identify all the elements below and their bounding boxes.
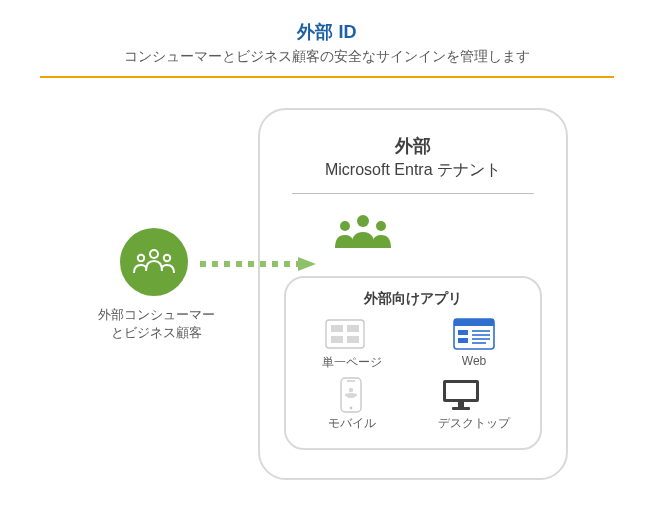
- web-icon: [451, 316, 497, 352]
- app-item-mobile: モバイル: [328, 377, 376, 432]
- app-label-web: Web: [451, 354, 497, 368]
- svg-point-7: [376, 221, 386, 231]
- svg-point-24: [349, 388, 353, 392]
- app-label-spa: 単一ページ: [322, 354, 382, 371]
- svg-rect-9: [331, 325, 343, 332]
- svg-point-23: [350, 407, 353, 410]
- page-subtitle: コンシューマーとビジネス顧客の安全なサインインを管理します: [0, 48, 654, 66]
- app-item-desktop: デスクトップ: [438, 377, 510, 432]
- svg-point-1: [138, 255, 144, 261]
- tenant-title-2: Microsoft Entra テナント: [284, 160, 542, 181]
- external-consumers-label-line2: とビジネス顧客: [111, 325, 202, 340]
- apps-grid: 単一ページ: [300, 316, 526, 432]
- svg-point-6: [340, 221, 350, 231]
- app-item-spa: 単一ページ: [322, 316, 382, 371]
- svg-rect-8: [326, 320, 364, 348]
- svg-rect-29: [446, 383, 476, 399]
- svg-point-27: [354, 393, 357, 396]
- header: 外部 ID コンシューマーとビジネス顧客の安全なサインインを管理します: [0, 0, 654, 78]
- svg-rect-10: [347, 325, 359, 332]
- external-consumers-circle: [120, 228, 188, 296]
- svg-point-26: [345, 393, 348, 396]
- svg-point-0: [150, 250, 158, 258]
- desktop-icon: [438, 377, 484, 413]
- svg-rect-15: [458, 330, 468, 335]
- svg-point-2: [164, 255, 170, 261]
- app-item-web: Web: [451, 316, 497, 371]
- svg-point-5: [357, 215, 369, 227]
- apps-title: 外部向けアプリ: [300, 290, 526, 308]
- external-consumers-label-line1: 外部コンシューマー: [98, 307, 215, 322]
- diagram-canvas: 外部コンシューマー とビジネス顧客 外部 Microsoft Entra テナン…: [0, 78, 654, 498]
- apps-panel: 外部向けアプリ 単一ページ: [284, 276, 542, 450]
- external-consumers-label: 外部コンシューマー とビジネス顧客: [86, 306, 226, 342]
- svg-rect-14: [454, 319, 494, 326]
- mobile-icon: [328, 377, 374, 413]
- people-icon: [131, 245, 177, 279]
- tenant-users-icon: [332, 212, 542, 256]
- svg-rect-12: [347, 336, 359, 343]
- svg-rect-16: [458, 338, 468, 343]
- tenant-title-1: 外部: [284, 134, 542, 158]
- svg-rect-31: [452, 407, 470, 410]
- page-title: 外部 ID: [0, 20, 654, 44]
- spa-icon: [322, 316, 368, 352]
- svg-rect-11: [331, 336, 343, 343]
- svg-rect-25: [347, 393, 355, 398]
- svg-rect-30: [458, 402, 464, 407]
- app-label-desktop: デスクトップ: [438, 415, 510, 432]
- tenant-divider: [292, 193, 534, 194]
- tenant-panel: 外部 Microsoft Entra テナント 外部向けアプリ: [258, 108, 568, 480]
- app-label-mobile: モバイル: [328, 415, 376, 432]
